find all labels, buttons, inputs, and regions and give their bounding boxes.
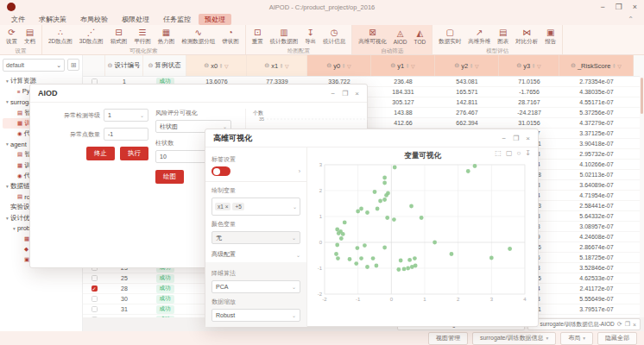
filter-icon[interactable]: ▽ — [347, 63, 351, 69]
ribbon-collapse-icon[interactable]: ⌃ — [628, 16, 634, 23]
sort-arrows-icon[interactable]: ▲▼ — [532, 63, 535, 69]
color-variable-select[interactable]: 无⌄ — [212, 231, 300, 244]
plot-button[interactable]: 绘图 — [155, 170, 184, 184]
anomaly-level-select[interactable]: 1⌄ — [104, 109, 148, 122]
collapse-circle-icon[interactable]: ⊖ — [326, 62, 331, 69]
column-header-x1[interactable]: ⊖x1▲▼▽ — [247, 55, 307, 76]
collapse-circle-icon[interactable]: ⊖ — [516, 62, 521, 69]
row-checkbox[interactable] — [92, 296, 98, 302]
ribbon-button-3D散点图[interactable]: ⋰3D散点图 — [76, 28, 107, 46]
restore-icon[interactable]: ❐ — [625, 321, 630, 328]
ribbon-button-文档[interactable]: ▤文档 — [21, 28, 39, 46]
filter-icon[interactable]: ▽ — [285, 63, 289, 69]
bins-input[interactable]: 10 — [155, 150, 207, 163]
ribbon-button-热力图[interactable]: ▦热力图 — [155, 28, 179, 46]
filter-icon[interactable]: ▽ — [411, 63, 415, 69]
sort-arrows-icon[interactable]: ▲▼ — [612, 63, 616, 69]
refresh-icon[interactable]: ⟳ — [617, 321, 622, 328]
filter-icon[interactable]: ▽ — [617, 63, 622, 69]
lasso-icon[interactable]: ○ — [516, 149, 521, 157]
chevron-right-icon[interactable]: › — [299, 168, 300, 174]
hdv-dialog-titlebar[interactable]: 高维可视化 − ❐ × — [205, 129, 538, 147]
filter-icon[interactable]: ▽ — [475, 63, 479, 69]
dr-method-select[interactable]: PCA⌄ — [212, 280, 300, 293]
window-tab[interactable]: ◪surrogate/训练数据信息-AIOD⟳❐× — [527, 318, 641, 330]
ribbon-button-箱式图[interactable]: ⊟箱式图 — [107, 28, 131, 46]
collapse-circle-icon[interactable]: ⊖ — [454, 62, 459, 69]
ribbon-button-检测数据分组[interactable]: ∿检测数据分组 — [178, 28, 218, 46]
column-header-设计编号[interactable]: ⊖设计编号 — [105, 55, 143, 76]
collapse-circle-icon[interactable]: ⊖ — [148, 62, 154, 69]
ribbon-button-饼状图[interactable]: ◔饼状图 — [218, 28, 243, 46]
column-header-y2[interactable]: ⊖y2▲▼▽ — [435, 55, 499, 76]
sort-arrows-icon[interactable]: ▲▼ — [342, 63, 345, 69]
variable-tag[interactable]: x1 × — [215, 203, 230, 210]
row-checkbox[interactable]: ✓ — [92, 285, 98, 292]
vertical-scrollbar[interactable] — [640, 76, 644, 318]
filter-icon[interactable]: ▽ — [224, 63, 229, 69]
dialog-maximize-icon[interactable]: ❐ — [342, 90, 348, 97]
ribbon-button-对比分析[interactable]: ⋈对比分析 — [512, 28, 541, 46]
dialog-minimize-icon[interactable]: − — [502, 135, 506, 142]
dialog-close-icon[interactable]: × — [526, 135, 530, 142]
aiod-dialog-titlebar[interactable]: AIOD − ❐ × — [30, 85, 367, 103]
close-icon[interactable]: × — [633, 322, 636, 328]
ribbon-button-报告[interactable]: ▣报告 — [541, 28, 559, 46]
sort-arrows-icon[interactable]: ▲▼ — [406, 63, 409, 69]
ribbon-button-2D散点图[interactable]: ∴2D散点图 — [45, 28, 76, 46]
minimize-button[interactable]: − — [600, 3, 604, 11]
collapse-circle-icon[interactable]: ⊖ — [204, 62, 209, 69]
ribbon-button-导出[interactable]: ↧导出 — [301, 28, 319, 46]
collapse-circle-icon[interactable]: ⊖ — [390, 62, 395, 69]
labels-toggle[interactable] — [212, 166, 230, 176]
chevron-down-icon[interactable]: ⌄ — [296, 252, 300, 258]
ribbon-button-图表[interactable]: ▤图表 — [494, 28, 512, 46]
row-checkbox[interactable] — [92, 306, 98, 312]
anomaly-count-input[interactable]: -1 — [104, 128, 148, 141]
layout-grid-icon[interactable]: ⊞ — [67, 59, 79, 71]
sort-arrows-icon[interactable]: ▲▼ — [280, 63, 283, 69]
sort-arrows-icon[interactable]: ▲▼ — [470, 63, 473, 69]
dialog-maximize-icon[interactable]: ❐ — [513, 135, 519, 142]
collapse-circle-icon[interactable]: ⊖ — [264, 62, 269, 69]
menu-item-任务监控[interactable]: 任务监控 — [157, 14, 197, 25]
column-header-y0[interactable]: ⊖y0▲▼▽ — [307, 55, 371, 76]
menu-item-文件[interactable]: 文件 — [5, 14, 31, 25]
sort-arrows-icon[interactable]: ▲▼ — [219, 63, 223, 69]
ribbon-button-设置[interactable]: ⟳设置 — [3, 28, 21, 46]
column-header-x0[interactable]: ⊖x0▲▼▽ — [186, 55, 247, 76]
column-header-y1[interactable]: ⊖y1▲▼▽ — [371, 55, 435, 76]
ribbon-button-数据实时[interactable]: ▢数据实时 — [435, 28, 464, 46]
column-header-_RiskScore[interactable]: ⊖_RiskScore▲▼▽ — [559, 55, 634, 76]
zoom-box-icon[interactable]: ▢ — [506, 149, 513, 157]
row-checkbox[interactable] — [92, 275, 98, 281]
ribbon-button-统计数据图[interactable]: ▥统计数据图 — [267, 28, 302, 46]
statusbar-button-surrogate/训练数据信息[interactable]: surrogate/训练数据信息▾ — [472, 332, 556, 345]
close-button[interactable]: × — [633, 3, 637, 11]
statusbar-button-隐藏全部[interactable]: 隐藏全部 — [597, 332, 637, 345]
ribbon-button-AIOD[interactable]: ◬AIOD — [390, 28, 411, 45]
dialog-minimize-icon[interactable]: − — [331, 90, 335, 97]
dialog-close-icon[interactable]: × — [355, 90, 359, 97]
column-header-算例状态[interactable]: ⊖算例状态 — [143, 55, 186, 76]
ribbon-button-平行图[interactable]: ☰平行图 — [130, 28, 155, 46]
maximize-button[interactable]: ❐ — [616, 3, 622, 11]
filter-icon[interactable]: ▽ — [537, 63, 541, 69]
run-button[interactable]: 执行 — [120, 147, 148, 160]
stop-button[interactable]: 终止 — [86, 147, 115, 160]
ribbon-button-统计信息[interactable]: ◷统计信息 — [319, 28, 349, 46]
ribbon-button-高维可视化[interactable]: ⊠高维可视化 — [355, 28, 390, 46]
plot-variables-select[interactable]: x1 × +5 ⌄ — [212, 198, 300, 216]
collapse-circle-icon[interactable]: ⊖ — [108, 62, 113, 69]
crop-icon[interactable]: ⬚ — [495, 149, 502, 157]
collapse-circle-icon[interactable]: ⊖ — [571, 62, 576, 69]
download-icon[interactable]: ↧ — [525, 149, 531, 157]
ribbon-button-重置[interactable]: ⊡重置 — [249, 28, 267, 46]
statusbar-button-布局[interactable]: 布局▾ — [560, 332, 593, 345]
menu-item-极限处理[interactable]: 极限处理 — [116, 14, 155, 25]
column-header-y3[interactable]: ⊖y3▲▼▽ — [499, 55, 559, 76]
profile-select[interactable]: default ⌄ — [3, 59, 65, 72]
data-scaling-select[interactable]: Robust⌄ — [212, 309, 300, 322]
menu-item-布局校验[interactable]: 布局校验 — [74, 14, 114, 25]
ribbon-button-TOD[interactable]: ◭TOD — [411, 28, 430, 45]
